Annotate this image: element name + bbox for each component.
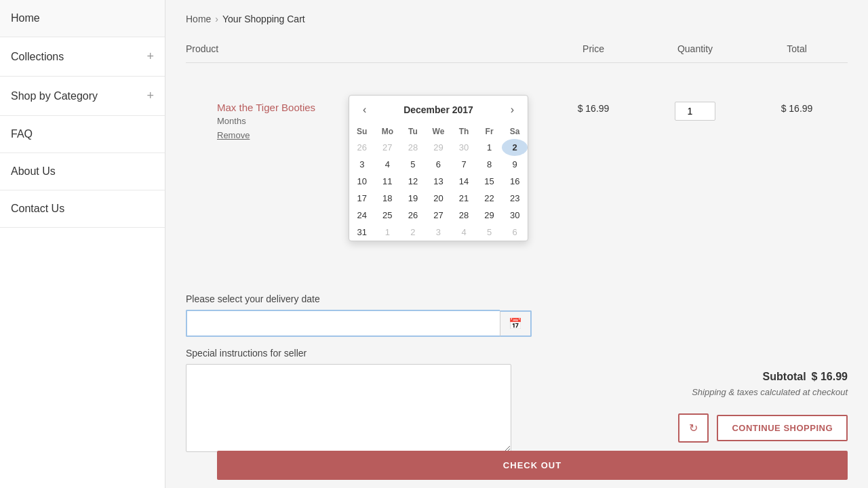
calendar-day-cell[interactable]: 4 <box>451 224 477 241</box>
checkout-button[interactable]: CHECK OUT <box>217 451 848 480</box>
calendar-day-cell[interactable]: 10 <box>349 173 375 190</box>
sidebar-item-about-us[interactable]: About Us <box>0 153 165 190</box>
calendar-header: ‹ December 2017 › <box>349 96 528 124</box>
product-qty-col <box>644 102 746 121</box>
calendar-day-cell[interactable]: 19 <box>400 190 426 207</box>
col-header-quantity: Quantity <box>644 43 746 54</box>
sidebar: HomeCollections+Shop by Category+FAQAbou… <box>0 0 165 488</box>
calendar-grid: SuMoTuWeThFrSa 2627282930123456789101112… <box>349 124 528 241</box>
product-total: $ 16.99 <box>781 103 813 114</box>
breadcrumb-current: Your Shopping Cart <box>222 14 305 24</box>
subtotal-label: Subtotal <box>763 371 806 383</box>
calendar-dow: Th <box>451 124 477 139</box>
subtotal-value: $ 16.99 <box>812 371 848 383</box>
calendar-day-cell[interactable]: 11 <box>375 173 401 190</box>
calendar-day-cell[interactable]: 26 <box>400 207 426 224</box>
page-layout: HomeCollections+Shop by Category+FAQAbou… <box>0 0 868 488</box>
calendar-day-cell[interactable]: 5 <box>477 224 502 241</box>
calendar-week-row: 262728293012 <box>349 139 528 156</box>
calendar-day-cell[interactable]: 7 <box>451 156 477 173</box>
calendar-day-cell[interactable]: 25 <box>375 207 401 224</box>
summary-panel: Subtotal $ 16.99 Shipping & taxes calcul… <box>217 371 848 480</box>
calendar-day-cell[interactable]: 1 <box>477 139 502 156</box>
calendar-day-cell[interactable]: 6 <box>502 224 528 241</box>
breadcrumb-home[interactable]: Home <box>186 14 211 24</box>
calendar-day-cell[interactable]: 2 <box>502 139 528 156</box>
breadcrumb: Home › Your Shopping Cart <box>186 14 848 24</box>
calendar-dow: Sa <box>502 124 528 139</box>
col-header-product: Product <box>186 43 542 54</box>
calendar-dow: Su <box>349 124 375 139</box>
sidebar-item-collections[interactable]: Collections+ <box>0 37 165 77</box>
calendar-prev-button[interactable]: ‹ <box>359 102 370 117</box>
quantity-input[interactable] <box>675 102 715 121</box>
sidebar-item-label: Contact Us <box>11 203 64 215</box>
main-content: Home › Your Shopping Cart Product Price … <box>165 0 868 488</box>
calendar-week-row: 17181920212223 <box>349 190 528 207</box>
calendar-day-cell[interactable]: 27 <box>426 207 452 224</box>
product-price-col: $ 16.99 <box>542 102 644 114</box>
calendar-next-button[interactable]: › <box>507 102 518 117</box>
calendar-week-row: 10111213141516 <box>349 173 528 190</box>
sidebar-item-faq[interactable]: FAQ <box>0 116 165 153</box>
col-header-total: Total <box>746 43 848 54</box>
sidebar-item-home[interactable]: Home <box>0 0 165 37</box>
calendar-day-cell[interactable]: 4 <box>375 156 401 173</box>
calendar-dow: Mo <box>375 124 401 139</box>
subtotal-row: Subtotal $ 16.99 <box>217 371 848 383</box>
calendar-day-cell[interactable]: 12 <box>400 173 426 190</box>
calendar-day-cell[interactable]: 21 <box>451 190 477 207</box>
calendar-day-cell[interactable]: 18 <box>375 190 401 207</box>
calendar-day-cell[interactable]: 27 <box>375 139 401 156</box>
calendar-body: 2627282930123456789101112131415161718192… <box>349 139 528 241</box>
calendar-day-cell[interactable]: 1 <box>375 224 401 241</box>
calendar-day-cell[interactable]: 29 <box>426 139 452 156</box>
col-header-price: Price <box>542 43 644 54</box>
calendar-day-cell[interactable]: 31 <box>349 224 375 241</box>
shipping-note: Shipping & taxes calculated at checkout <box>217 387 848 397</box>
calendar-day-cell[interactable]: 15 <box>477 173 502 190</box>
calendar-month-title: December 2017 <box>403 104 473 115</box>
calendar-day-cell[interactable]: 30 <box>502 207 528 224</box>
continue-shopping-button[interactable]: CONTINUE SHOPPING <box>717 415 848 441</box>
product-price: $ 16.99 <box>578 103 610 114</box>
calendar-day-cell[interactable]: 13 <box>426 173 452 190</box>
product-values-row: Max the Tiger Booties Months Remove $ 16… <box>217 95 848 140</box>
sidebar-item-shop-by-category[interactable]: Shop by Category+ <box>0 77 165 116</box>
calendar-week-row: 31123456 <box>349 224 528 241</box>
calendar-week-row: 3456789 <box>349 156 528 173</box>
breadcrumb-separator: › <box>215 14 218 24</box>
calendar-days-of-week: SuMoTuWeThFrSa <box>349 124 528 139</box>
calendar-day-cell[interactable]: 28 <box>451 207 477 224</box>
calendar-popup: ‹ December 2017 › SuMoTuWeThFrSa 2627282… <box>349 95 528 241</box>
calendar-day-cell[interactable]: 26 <box>349 139 375 156</box>
calendar-day-cell[interactable]: 8 <box>477 156 502 173</box>
calendar-day-cell[interactable]: 20 <box>426 190 452 207</box>
sidebar-item-label: About Us <box>11 165 56 178</box>
calendar-day-cell[interactable]: 9 <box>502 156 528 173</box>
sidebar-item-label: FAQ <box>11 128 33 140</box>
refresh-button[interactable]: ↻ <box>678 413 709 443</box>
calendar-day-cell[interactable]: 6 <box>426 156 452 173</box>
calendar-week-row: 24252627282930 <box>349 207 528 224</box>
calendar-day-cell[interactable]: 14 <box>451 173 477 190</box>
calendar-day-cell[interactable]: 23 <box>502 190 528 207</box>
order-summary: Max the Tiger Booties Months Remove $ 16… <box>217 95 848 480</box>
calendar-day-cell[interactable]: 29 <box>477 207 502 224</box>
calendar-day-cell[interactable]: 28 <box>400 139 426 156</box>
calendar-day-cell[interactable]: 24 <box>349 207 375 224</box>
calendar-dow: Tu <box>400 124 426 139</box>
calendar-day-cell[interactable]: 16 <box>502 173 528 190</box>
calendar-day-cell[interactable]: 3 <box>349 156 375 173</box>
calendar-day-cell[interactable]: 3 <box>426 224 452 241</box>
sidebar-item-label: Shop by Category <box>11 90 98 102</box>
calendar-day-cell[interactable]: 17 <box>349 190 375 207</box>
calendar-day-cell[interactable]: 22 <box>477 190 502 207</box>
sidebar-item-label: Collections <box>11 51 64 63</box>
calendar-day-cell[interactable]: 30 <box>451 139 477 156</box>
cart-header: Product Price Quantity Total <box>186 38 848 63</box>
calendar-day-cell[interactable]: 5 <box>400 156 426 173</box>
calendar-dow: Fr <box>477 124 502 139</box>
calendar-day-cell[interactable]: 2 <box>400 224 426 241</box>
sidebar-item-contact-us[interactable]: Contact Us <box>0 190 165 228</box>
